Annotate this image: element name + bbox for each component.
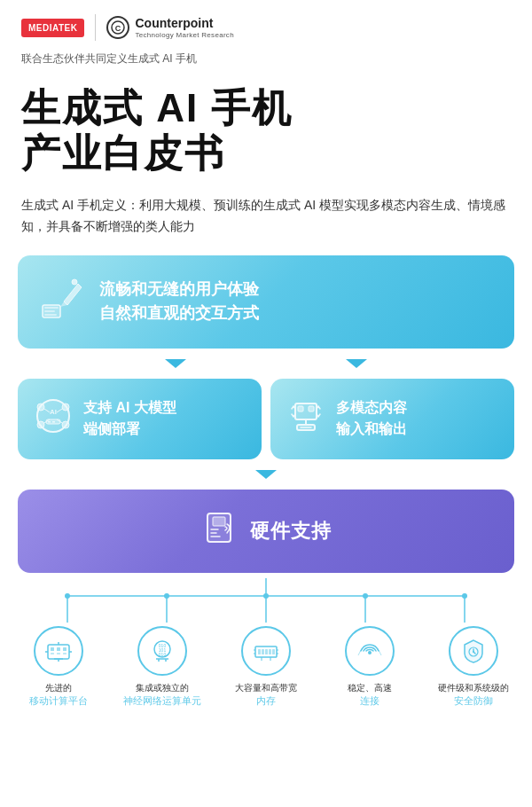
card-top-line2: 自然和直观的交互方式 — [99, 302, 259, 325]
bottom-icon-0 — [34, 626, 83, 676]
card-mid-right-text: 多模态内容 输入和输出 — [336, 397, 407, 440]
svg-rect-64 — [265, 649, 268, 654]
svg-rect-5 — [44, 314, 57, 316]
bottom-item-2: 大容量和高带宽 内存 — [222, 626, 310, 709]
card-mid-left-line1: 支持 AI 大模型 — [83, 397, 176, 419]
svg-point-12 — [62, 421, 69, 428]
bottom-item-3: 稳定、高速 连接 — [325, 626, 414, 709]
card-mid-left-line2: 端侧部署 — [83, 419, 176, 440]
svg-rect-47 — [51, 653, 54, 654]
svg-text:C: C — [115, 24, 121, 33]
subtitle-text: 联合生态伙伴共同定义生成式 AI 手机 — [21, 52, 197, 65]
svg-point-6 — [72, 279, 77, 285]
svg-point-39 — [164, 593, 169, 599]
svg-point-9 — [37, 404, 44, 411]
svg-rect-43 — [48, 645, 69, 659]
triangle-connector-1 — [18, 357, 514, 370]
card-top-line1: 流畅和无缝的用户体验 — [99, 278, 259, 302]
cp-circle-icon: C — [106, 16, 129, 39]
mediatek-logo: MEDIATEK — [21, 19, 84, 37]
svg-rect-63 — [262, 649, 264, 654]
card-mid-right-line2: 输入和输出 — [336, 419, 407, 440]
counterpoint-text: Counterpoint Technology Market Research — [135, 16, 233, 39]
card-middle-row: AI 支持 AI 大模型 端侧部署 — [18, 379, 514, 459]
bottom-label-3: 稳定、高速 连接 — [348, 681, 392, 709]
svg-rect-21 — [298, 406, 303, 411]
svg-rect-18 — [48, 421, 51, 423]
main-title-line1: 生成式 AI 手机 — [21, 86, 511, 131]
triangle-right — [346, 359, 367, 368]
description: 生成式 AI 手机定义：利用大规模、预训练的生成式 AI 模型实现多模态内容生成… — [0, 190, 532, 255]
svg-point-79 — [473, 651, 474, 653]
header: MEDIATEK C Counterpoint Technology Marke… — [0, 0, 532, 48]
bottom-label-4: 硬件级和系统级的 安全防御 — [438, 681, 509, 709]
main-title-area: 生成式 AI 手机 产业白皮书 — [0, 77, 532, 190]
bottom-label-0: 先进的 先进的 移动计算平台 移动计算平台 — [29, 681, 88, 709]
card-mid-right-line1: 多模态内容 — [336, 397, 407, 419]
svg-rect-46 — [63, 647, 66, 651]
svg-rect-19 — [52, 421, 55, 423]
card-mid-left-text: 支持 AI 大模型 端侧部署 — [83, 397, 176, 440]
cards-area: 流畅和无缝的用户体验 自然和直观的交互方式 AI — [0, 255, 532, 573]
svg-rect-66 — [272, 649, 275, 654]
bottom-label-2: 大容量和高带宽 内存 — [235, 681, 297, 709]
triangle-left — [165, 359, 186, 368]
svg-rect-44 — [51, 647, 54, 651]
bottom-item-4: 硬件级和系统级的 安全防御 — [429, 626, 518, 709]
bottom-icon-3 — [345, 626, 395, 676]
bottom-icon-4 — [449, 626, 498, 676]
card-top-icon — [39, 275, 85, 329]
card-mid-left-icon: AI — [34, 396, 73, 442]
bottom-icon-1: 010 101 010 — [137, 626, 187, 676]
card-bottom-icon — [200, 509, 238, 553]
svg-line-75 — [378, 648, 381, 655]
svg-text:010: 010 — [159, 652, 167, 657]
svg-rect-48 — [57, 653, 60, 654]
card-mid-left: AI 支持 AI 大模型 端侧部署 — [18, 379, 262, 459]
card-mid-right: 多模态内容 输入和输出 — [270, 379, 514, 459]
svg-rect-45 — [57, 647, 60, 651]
bottom-label-1: 集成或独立的 神经网络运算单元 — [123, 681, 201, 709]
triangle-connector-2 — [18, 468, 514, 481]
svg-rect-49 — [63, 653, 66, 654]
card-top-text: 流畅和无缝的用户体验 自然和直观的交互方式 — [99, 278, 259, 325]
card-bottom-label: 硬件支持 — [250, 518, 332, 545]
counterpoint-subtitle: Technology Market Research — [135, 31, 233, 39]
svg-rect-4 — [44, 310, 55, 312]
svg-line-74 — [358, 648, 362, 655]
svg-rect-3 — [44, 307, 59, 309]
svg-point-40 — [263, 593, 269, 599]
svg-point-41 — [363, 593, 368, 599]
card-bottom: 硬件支持 — [18, 490, 514, 573]
bottom-icons-row: 先进的 先进的 移动计算平台 移动计算平台 010 101 010 集成或独立的… — [0, 626, 532, 735]
svg-text:AI: AI — [50, 408, 57, 416]
connector-svg — [18, 578, 514, 623]
svg-rect-62 — [258, 649, 261, 654]
bottom-item-0: 先进的 先进的 移动计算平台 移动计算平台 — [14, 626, 103, 709]
counterpoint-name: Counterpoint — [135, 16, 233, 31]
svg-point-38 — [65, 593, 70, 599]
svg-point-73 — [368, 651, 372, 654]
connector-lines — [0, 573, 532, 626]
counterpoint-logo: C Counterpoint Technology Market Researc… — [106, 16, 233, 39]
header-divider — [95, 14, 96, 41]
main-title: 生成式 AI 手机 产业白皮书 — [21, 86, 511, 176]
svg-rect-22 — [309, 406, 314, 411]
svg-rect-65 — [269, 649, 271, 654]
card-top: 流畅和无缝的用户体验 自然和直观的交互方式 — [18, 255, 514, 349]
card-mid-right-icon — [286, 396, 325, 442]
subtitle-bar: 联合生态伙伴共同定义生成式 AI 手机 — [0, 48, 532, 77]
svg-point-11 — [37, 421, 44, 428]
svg-point-42 — [462, 593, 467, 599]
triangle-center — [255, 470, 277, 479]
description-text: 生成式 AI 手机定义：利用大规模、预训练的生成式 AI 模型实现多模态内容生成… — [21, 198, 505, 233]
bottom-item-1: 010 101 010 集成或独立的 神经网络运算单元 — [118, 626, 207, 709]
svg-point-10 — [62, 404, 69, 411]
svg-rect-27 — [213, 517, 225, 526]
bottom-icon-2 — [241, 626, 291, 676]
main-title-line2: 产业白皮书 — [21, 131, 511, 176]
